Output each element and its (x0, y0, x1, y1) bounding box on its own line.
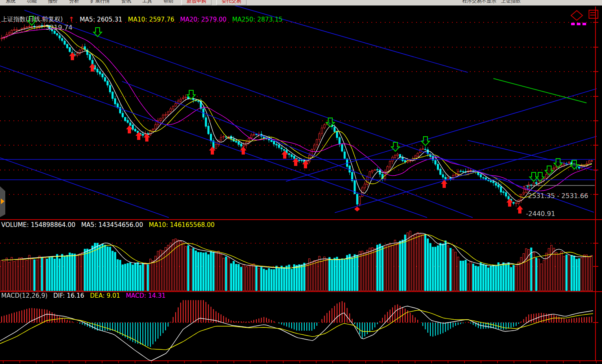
volume-bar (92, 246, 93, 291)
volume-bar (167, 245, 169, 291)
volume-bar (127, 263, 129, 291)
volume-bar (39, 256, 40, 291)
menu-item[interactable]: 扩展行情 (85, 0, 116, 4)
menu-item[interactable]: 帮助 (158, 0, 179, 4)
volume-bar (51, 257, 53, 291)
buy-signal-arrow-icon (517, 205, 523, 214)
candle-body (255, 134, 257, 135)
candle-body (374, 170, 376, 170)
volume-bar (253, 264, 255, 291)
menu-item[interactable]: 工具 (137, 0, 158, 4)
volume-bar (303, 263, 305, 291)
candle-body (253, 134, 255, 135)
menu-item[interactable]: 报价 (42, 0, 63, 4)
volume-bar (109, 247, 111, 291)
menu-item[interactable]: 分析 (63, 0, 85, 4)
candle-body (112, 92, 113, 98)
candle-body (165, 115, 166, 116)
volume-bar (288, 265, 290, 291)
candle-body (76, 54, 78, 56)
volume-bar (44, 257, 45, 291)
sidebar-expand-tab[interactable] (0, 186, 5, 217)
candle-body (377, 170, 378, 170)
volume-bar (553, 248, 555, 291)
volume-bar (79, 254, 81, 291)
ellipsis-dots-icon (582, 23, 586, 25)
candle-body (16, 30, 17, 31)
volume-bar (399, 241, 401, 291)
volume-bar (248, 265, 250, 291)
candle-body (417, 153, 419, 157)
candle-body (359, 196, 360, 204)
ma250-value: MA250: 2873.15 (232, 16, 283, 23)
volume-bar (346, 255, 348, 291)
candle-body (500, 187, 502, 192)
volume-bar (505, 264, 507, 291)
candle-body (394, 155, 396, 157)
candle-body (157, 120, 159, 125)
volume-bar (165, 247, 166, 291)
candle-body (276, 144, 277, 145)
volume-bar (99, 245, 101, 291)
candle-body (442, 174, 444, 177)
candle-body (270, 140, 272, 142)
candle-body (283, 149, 285, 150)
volume-bar (34, 259, 35, 291)
volume-bar (351, 258, 353, 291)
menu-bar: 系统功能报价分析扩展行情资讯工具帮助新股申购委托交易 程序交易不显示 上证指数 (0, 0, 602, 6)
candle-body (397, 154, 398, 156)
volume-bar (263, 269, 265, 291)
volume-bar (551, 245, 552, 291)
volume-bar (475, 266, 477, 291)
chart-canvas[interactable]: ↑↑↑ (0, 6, 602, 364)
candle-body (371, 170, 373, 172)
candle-body (447, 178, 449, 179)
candle-body (132, 125, 133, 129)
volume-bar (210, 251, 212, 291)
volume-bar (150, 259, 151, 291)
menu-item-highlighted[interactable]: 委托交易 (216, 0, 246, 5)
volume-bar (117, 259, 118, 291)
volume-bar (397, 243, 398, 291)
volume-bar (255, 266, 257, 291)
volume-bar (354, 255, 356, 291)
volume-bar (172, 240, 174, 291)
menu-item-highlighted[interactable]: 新股申购 (181, 0, 212, 5)
volume-bar (366, 250, 368, 291)
volume-bar (299, 265, 300, 291)
volume-bar (455, 252, 456, 291)
volume-bar (503, 263, 504, 291)
volume-bar (387, 245, 388, 291)
candle-body (440, 169, 441, 174)
menu-item[interactable]: 功能 (21, 0, 42, 4)
candle-body (69, 48, 70, 52)
volume-bar (523, 254, 524, 291)
menu-item[interactable]: 系统 (0, 0, 21, 4)
volume-bar (452, 250, 454, 291)
ma10-line (2, 26, 592, 198)
volume-bar (460, 261, 461, 291)
volume-bar (147, 265, 149, 291)
chart-area[interactable]: ↑↑↑ 上证指数(日线.前复权) ↑ MA5: 2605.31 MA10: 25… (0, 6, 602, 364)
volume-bar (530, 248, 532, 291)
volume-bar (485, 265, 486, 291)
volume-bar (465, 260, 467, 291)
candle-body (437, 164, 439, 170)
volume-bar (493, 265, 494, 291)
volume-bar (177, 240, 179, 291)
volume-bar (334, 258, 335, 291)
volume-bar (417, 233, 419, 291)
volume-bar (152, 261, 154, 291)
volume-bar (61, 254, 63, 291)
volume-bar (205, 253, 207, 291)
candle-body (301, 160, 303, 161)
candle-body (561, 165, 562, 166)
volume-bar (230, 264, 232, 291)
candle-body (318, 134, 320, 139)
volume-bar (535, 258, 537, 291)
volume-bar (447, 246, 449, 291)
candle-body (102, 74, 103, 77)
volume-bar (203, 253, 204, 291)
candle-body (273, 141, 275, 144)
menu-item[interactable]: 资讯 (116, 0, 137, 4)
